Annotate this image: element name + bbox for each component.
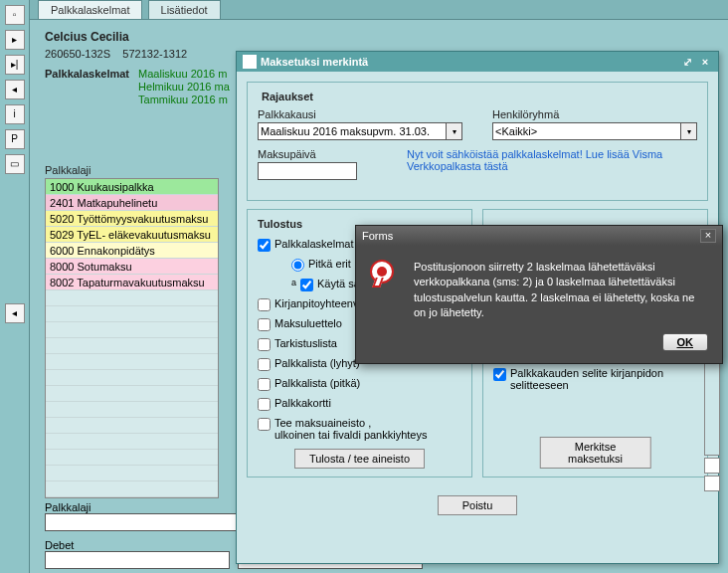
wage-row-empty (46, 418, 218, 434)
wage-row-empty (46, 306, 218, 322)
chk-teemaksu[interactable] (258, 418, 271, 431)
chk-palkkalista-p[interactable] (258, 378, 271, 391)
wage-row[interactable]: 8002 Tapaturmavakuutusmaksu (46, 275, 218, 290)
minimize-icon[interactable]: ⤢ (680, 56, 694, 68)
forms-ok-button[interactable]: OK (662, 333, 709, 351)
month-item[interactable]: Maaliskuu 2016 m (138, 68, 230, 80)
wage-row-empty (46, 466, 218, 481)
tool-p-icon[interactable]: P (5, 129, 25, 149)
tab-lisatiedot[interactable]: Lisätiedot (148, 0, 221, 19)
wage-row[interactable]: 8000 Sotumaksu (46, 259, 218, 275)
bc-debet-label: Debet (45, 539, 230, 551)
chk-palkkalista-l[interactable] (258, 358, 271, 371)
month-list: Maaliskuu 2016 m Helmikuu 2016 ma Tammik… (138, 68, 230, 106)
tool-save-icon[interactable]: ▫ (5, 5, 25, 25)
dropdown-icon[interactable]: ▾ (681, 122, 697, 140)
forms-title-text: Forms (362, 230, 700, 242)
stub (704, 458, 720, 474)
tool-sound-icon[interactable]: ◂ (5, 80, 25, 99)
wage-panel: Palkkalaji 1000 Kuukausipalkka 2401 Matk… (45, 164, 219, 498)
tool-info-icon[interactable]: i (5, 104, 25, 124)
henkiloryhma-input[interactable] (492, 122, 681, 140)
tab-palkkalaskelmat[interactable]: Palkkalaskelmat (38, 0, 142, 19)
forms-dialog: Forms × Postitusjonoon siirretty 2 laske… (355, 225, 723, 364)
wage-label: Palkkalaji (45, 164, 219, 176)
wage-row[interactable]: 6000 Ennakonpidätys (46, 243, 218, 259)
debet-input[interactable] (45, 551, 230, 569)
person-name: Celcius Cecilia (45, 30, 713, 44)
modal-icon (243, 55, 257, 69)
wage-list: 1000 Kuukausipalkka 2401 Matkapuhelinetu… (45, 178, 219, 498)
forms-close-icon[interactable]: × (700, 229, 716, 243)
modal-title-text: Maksetuksi merkintä (261, 56, 368, 68)
chk-selite[interactable] (493, 368, 506, 381)
month-item[interactable]: Helmikuu 2016 ma (138, 81, 230, 93)
maksupaiva-input[interactable] (258, 162, 357, 180)
wage-row-empty (46, 386, 218, 402)
palkkakausi-label: Palkkakausi (258, 108, 462, 120)
tool-doc-icon[interactable]: ▭ (5, 154, 25, 174)
wage-row-empty (46, 290, 218, 306)
wage-row-empty (46, 434, 218, 450)
verkkopalkka-link[interactable]: Nyt voit sähköistää palkkalaskelmat! Lue… (407, 148, 662, 172)
tool-next-icon[interactable]: ▸| (5, 55, 25, 75)
tool-flag-icon[interactable]: ▸ (5, 30, 25, 50)
modal-footer: Poistu (237, 487, 718, 523)
wage-row[interactable]: 2401 Matkapuhelinetu (46, 195, 218, 211)
wage-row[interactable]: 5029 TyEL- eläkevakuutusmaksu (46, 227, 218, 243)
exclamation-icon (370, 260, 402, 291)
chk-maksuluettelo[interactable] (258, 318, 271, 331)
chk-palkkakortti[interactable] (258, 398, 271, 411)
modal-titlebar: Maksetuksi merkintä ⤢ × (237, 52, 718, 72)
wage-row-empty (46, 370, 218, 386)
btn-poistu[interactable]: Poistu (438, 495, 518, 515)
wage-row-empty (46, 338, 218, 354)
fieldset-rajaukset: Rajaukset Palkkakausi ▾ Henkilöryhmä ▾ (247, 82, 708, 201)
tool-back-icon[interactable]: ◂ (5, 303, 25, 323)
wage-row-empty (46, 354, 218, 370)
close-icon[interactable]: × (698, 56, 712, 68)
month-item[interactable]: Tammikuu 2016 m (138, 94, 230, 105)
chk-kayta[interactable] (300, 279, 313, 291)
chk-tarkistus[interactable] (258, 338, 271, 351)
pk-label: Palkkalaskelmat (45, 68, 129, 80)
btn-merkitse[interactable]: Merkitse maksetuksi (539, 437, 651, 469)
wage-row-empty (46, 402, 218, 418)
wage-row-empty (46, 322, 218, 338)
wage-row[interactable]: 1000 Kuukausipalkka (46, 179, 218, 195)
rad-pitka[interactable] (291, 259, 304, 272)
btn-tulosta[interactable]: Tulosta / tee aineisto (294, 449, 425, 469)
palkkakausi-input[interactable] (258, 122, 447, 140)
wage-row-empty (46, 481, 218, 497)
forms-message: Postitusjonoon siirretty 2 laskelmaa läh… (414, 260, 708, 321)
left-toolbar: ▫ ▸ ▸| ◂ i P ▭ ◂ (0, 0, 30, 573)
dropdown-icon[interactable]: ▾ (447, 122, 462, 140)
wage-row[interactable]: 5020 Työttömyysvakuutusmaksu (46, 211, 218, 227)
forms-titlebar: Forms × (356, 226, 722, 246)
stub (704, 476, 720, 491)
wage-row-empty (46, 450, 218, 466)
tab-bar: Palkkalaskelmat Lisätiedot (30, 0, 728, 20)
chk-kirjanpito[interactable] (258, 298, 271, 311)
legend-rajaukset: Rajaukset (258, 91, 317, 102)
henkiloryhma-label: Henkilöryhmä (492, 108, 697, 120)
chk-palkkalaskelmat[interactable] (258, 239, 271, 252)
maksupaiva-label: Maksupäivä (258, 148, 377, 160)
